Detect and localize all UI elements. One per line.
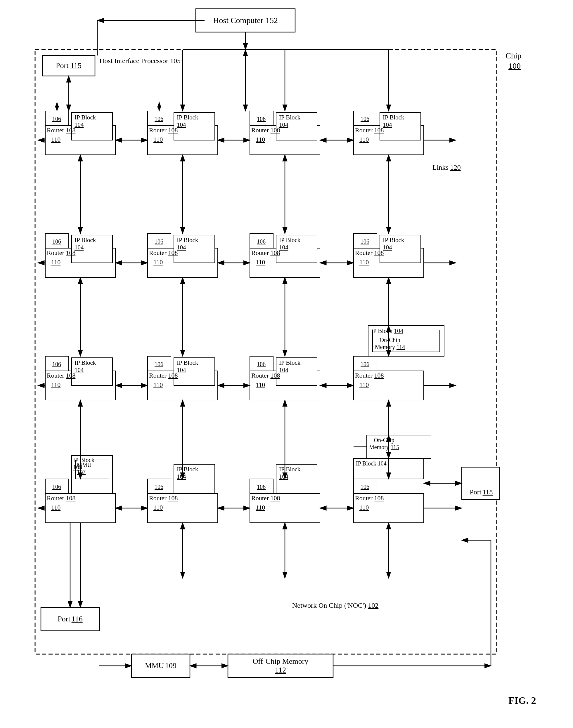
router-2-1-label: Router 108	[47, 249, 75, 257]
router-3-2-label: Router 108	[149, 372, 178, 379]
host-interface-label: Host Interface Processor 105	[99, 57, 180, 65]
router-2-1-106: 106	[45, 235, 68, 248]
chip-label: Chip	[506, 51, 521, 60]
router-1-3-ip-label: IP Block104	[279, 114, 300, 128]
router-2-2-number: 110	[153, 259, 163, 266]
svg-rect-4	[35, 50, 497, 654]
router-1-1-label: Router 108	[47, 126, 75, 134]
router-1-4-number: 110	[359, 136, 369, 144]
router-3-2-ip-label: IP Block104	[177, 359, 198, 374]
router-3-2-106: 106	[148, 358, 170, 371]
router-2-2-ip-label: IP Block104	[177, 236, 198, 251]
mmu-109: MMU 109	[132, 654, 190, 677]
router-4-1-mmu-label: MMU107	[77, 461, 92, 475]
router-4-1-number: 110	[51, 504, 60, 511]
port-115: Port 115	[42, 55, 95, 76]
router-1-2-label: Router 108	[149, 126, 178, 134]
host-computer-box: Host Computer 152	[196, 9, 295, 32]
router-2-3-number: 110	[256, 259, 265, 266]
router-2-4-ip-label: IP Block104	[383, 236, 404, 251]
port-118: Port 118	[463, 476, 500, 508]
router-2-3-106: 106	[250, 235, 273, 248]
router-2-4-number: 110	[359, 259, 369, 266]
router-3-1-ip-label: IP Block104	[74, 359, 96, 374]
port-116: Port 116	[41, 607, 99, 631]
page: Host Computer 152 Chip 100 Port 115 Host…	[0, 0, 573, 728]
router-4-1-106: 106	[45, 481, 68, 494]
router-4-4-number: 110	[359, 504, 369, 511]
router-3-1-label: Router 108	[47, 372, 75, 379]
router-2-4-106: 106	[354, 235, 376, 248]
router-2-1-ip-label: IP Block104	[74, 236, 96, 251]
fig-label: FIG. 2	[509, 695, 536, 706]
host-computer-number: 152	[266, 16, 278, 25]
router-1-1-number: 110	[51, 136, 60, 144]
router-4-3-ip-label: IP Block104	[279, 466, 300, 481]
router-1-1-ip-label: IP Block104	[74, 114, 96, 128]
router-3-4-number: 110	[359, 381, 369, 389]
router-3-3-106: 106	[250, 358, 273, 371]
router-3-3-number: 110	[256, 381, 265, 389]
router-1-2-number: 110	[153, 136, 163, 144]
router-3-4-onchip-inner-label: On-ChipMemory 114	[375, 336, 405, 350]
router-3-1-number: 110	[51, 381, 60, 389]
router-4-2-label: Router 108	[149, 494, 178, 502]
router-2-3-label: Router 108	[251, 249, 280, 257]
router-4-4-label: Router 108	[355, 494, 384, 502]
router-3-3-label: Router 108	[251, 372, 280, 379]
router-4-3-label: Router 108	[251, 494, 280, 502]
chip-number: 100	[509, 61, 521, 71]
router-3-4-106: 106	[354, 358, 376, 371]
router-4-2-number: 110	[153, 504, 163, 511]
router-4-3-106: 106	[250, 481, 273, 494]
router-3-2-number: 110	[153, 381, 163, 389]
router-1-4-label: Router 108	[355, 126, 384, 134]
router-4-3-number: 110	[256, 504, 265, 511]
router-1-3-106: 106	[250, 112, 273, 125]
router-1-3-label: Router 108	[251, 126, 280, 134]
router-1-1-106: 106	[45, 112, 68, 125]
router-4-2-ip-label: IP Block104	[177, 466, 198, 481]
router-2-2-label: Router 108	[149, 249, 178, 257]
router-4-4-onchip-label: On-ChipMemory 115	[369, 437, 399, 451]
noc-label: Network On Chip ('NOC') 102	[292, 602, 378, 609]
router-3-4-label: Router 108	[355, 372, 384, 379]
router-2-1-number: 110	[51, 259, 60, 266]
router-4-2-106: 106	[148, 481, 170, 494]
router-3-1-106: 106	[45, 358, 68, 371]
router-2-2-106: 106	[148, 235, 170, 248]
offchip-memory: Off-Chip Memory112	[228, 654, 333, 677]
links-label: Links 120	[432, 164, 461, 171]
router-1-4-106: 106	[354, 112, 376, 125]
host-computer-label: Host Computer	[213, 16, 263, 25]
router-1-3-number: 110	[256, 136, 265, 144]
router-1-2-106: 106	[148, 112, 170, 125]
router-1-4-ip-label: IP Block104	[383, 114, 404, 128]
router-3-3-ip-label: IP Block104	[279, 359, 300, 374]
router-3-4-onchip-outer-label: IP Block 104	[371, 327, 403, 335]
router-4-4-ip-label: IP Block 104	[356, 460, 386, 467]
router-4-1-label: Router 108	[47, 494, 75, 502]
router-4-4-106: 106	[354, 481, 376, 494]
router-2-3-ip-label: IP Block104	[279, 236, 300, 251]
router-2-4-label: Router 108	[355, 249, 384, 257]
router-1-2-ip-label: IP Block104	[177, 114, 198, 128]
